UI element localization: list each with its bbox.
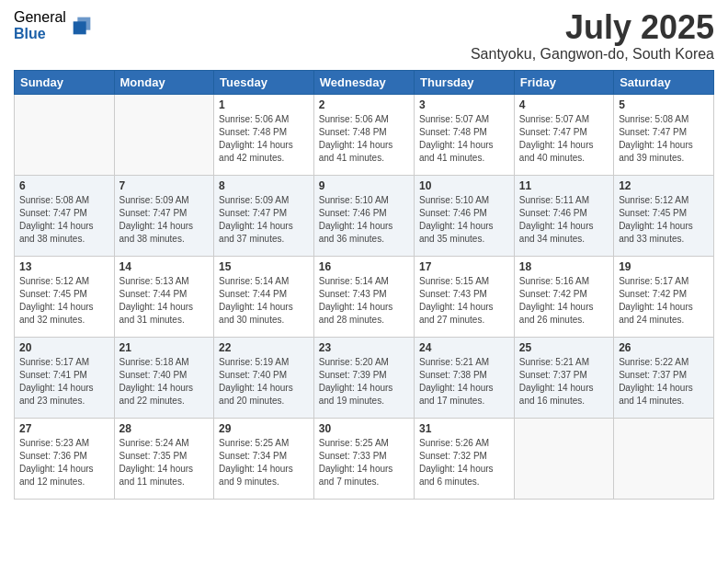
calendar-day-cell: 6Sunrise: 5:08 AMSunset: 7:47 PMDaylight…: [15, 175, 115, 256]
day-number: 6: [19, 179, 109, 192]
day-number: 12: [619, 179, 709, 192]
day-info: Sunrise: 5:16 AMSunset: 7:42 PMDaylight:…: [519, 275, 609, 327]
day-info: Sunrise: 5:10 AMSunset: 7:46 PMDaylight:…: [419, 194, 509, 246]
day-info: Sunrise: 5:25 AMSunset: 7:34 PMDaylight:…: [219, 437, 309, 488]
day-info: Sunrise: 5:15 AMSunset: 7:43 PMDaylight:…: [419, 275, 509, 327]
day-info: Sunrise: 5:09 AMSunset: 7:47 PMDaylight:…: [119, 194, 210, 246]
day-info: Sunrise: 5:18 AMSunset: 7:40 PMDaylight:…: [119, 356, 210, 408]
calendar-day-cell: 22Sunrise: 5:19 AMSunset: 7:40 PMDayligh…: [214, 337, 314, 418]
day-number: 16: [319, 260, 409, 273]
day-number: 4: [519, 98, 609, 111]
day-info: Sunrise: 5:17 AMSunset: 7:42 PMDaylight:…: [619, 275, 709, 327]
day-number: 9: [319, 179, 409, 192]
calendar-week-row: 6Sunrise: 5:08 AMSunset: 7:47 PMDaylight…: [15, 175, 714, 256]
calendar-day-cell: 10Sunrise: 5:10 AMSunset: 7:46 PMDayligh…: [415, 175, 515, 256]
day-number: 18: [519, 260, 609, 273]
calendar-day-cell: [514, 418, 613, 499]
day-info: Sunrise: 5:12 AMSunset: 7:45 PMDaylight:…: [19, 275, 109, 327]
day-info: Sunrise: 5:25 AMSunset: 7:33 PMDaylight:…: [319, 437, 409, 488]
calendar-day-cell: 24Sunrise: 5:21 AMSunset: 7:38 PMDayligh…: [415, 337, 515, 418]
page-header: General Blue July 2025 Santyoku, Gangwon…: [14, 9, 714, 63]
logo-blue: Blue: [14, 26, 66, 42]
calendar-day-cell: 13Sunrise: 5:12 AMSunset: 7:45 PMDayligh…: [15, 256, 115, 337]
calendar-day-cell: 26Sunrise: 5:22 AMSunset: 7:37 PMDayligh…: [614, 337, 714, 418]
calendar-day-cell: 18Sunrise: 5:16 AMSunset: 7:42 PMDayligh…: [514, 256, 613, 337]
day-info: Sunrise: 5:13 AMSunset: 7:44 PMDaylight:…: [119, 275, 210, 327]
day-info: Sunrise: 5:26 AMSunset: 7:32 PMDaylight:…: [419, 437, 509, 488]
day-number: 28: [119, 422, 210, 435]
calendar-day-cell: [114, 94, 214, 175]
day-info: Sunrise: 5:20 AMSunset: 7:39 PMDaylight:…: [319, 356, 409, 408]
calendar-day-cell: 7Sunrise: 5:09 AMSunset: 7:47 PMDaylight…: [114, 175, 214, 256]
logo-text: General Blue: [14, 9, 66, 41]
calendar-day-cell: 9Sunrise: 5:10 AMSunset: 7:46 PMDaylight…: [313, 175, 414, 256]
calendar-day-cell: 11Sunrise: 5:11 AMSunset: 7:46 PMDayligh…: [514, 175, 613, 256]
day-number: 7: [119, 179, 210, 192]
calendar-day-cell: 25Sunrise: 5:21 AMSunset: 7:37 PMDayligh…: [514, 337, 613, 418]
day-number: 31: [419, 422, 509, 435]
day-info: Sunrise: 5:12 AMSunset: 7:45 PMDaylight:…: [619, 194, 709, 246]
calendar: SundayMondayTuesdayWednesdayThursdayFrid…: [14, 70, 714, 500]
calendar-day-cell: 29Sunrise: 5:25 AMSunset: 7:34 PMDayligh…: [214, 418, 314, 499]
day-info: Sunrise: 5:14 AMSunset: 7:43 PMDaylight:…: [319, 275, 409, 327]
calendar-day-cell: 3Sunrise: 5:07 AMSunset: 7:48 PMDaylight…: [415, 94, 515, 175]
day-number: 11: [519, 179, 609, 192]
weekday-header: Tuesday: [214, 70, 314, 94]
calendar-day-cell: 12Sunrise: 5:12 AMSunset: 7:45 PMDayligh…: [614, 175, 714, 256]
day-number: 30: [319, 422, 409, 435]
day-info: Sunrise: 5:23 AMSunset: 7:36 PMDaylight:…: [19, 437, 109, 488]
day-info: Sunrise: 5:06 AMSunset: 7:48 PMDaylight:…: [319, 113, 409, 165]
calendar-day-cell: 19Sunrise: 5:17 AMSunset: 7:42 PMDayligh…: [614, 256, 714, 337]
day-number: 22: [219, 341, 309, 354]
calendar-week-row: 20Sunrise: 5:17 AMSunset: 7:41 PMDayligh…: [15, 337, 714, 418]
calendar-day-cell: 5Sunrise: 5:08 AMSunset: 7:47 PMDaylight…: [614, 94, 714, 175]
calendar-day-cell: 20Sunrise: 5:17 AMSunset: 7:41 PMDayligh…: [15, 337, 115, 418]
weekday-header: Monday: [114, 70, 214, 94]
calendar-week-row: 13Sunrise: 5:12 AMSunset: 7:45 PMDayligh…: [15, 256, 714, 337]
calendar-header-row: SundayMondayTuesdayWednesdayThursdayFrid…: [15, 70, 714, 94]
calendar-day-cell: 8Sunrise: 5:09 AMSunset: 7:47 PMDaylight…: [214, 175, 314, 256]
weekday-header: Sunday: [15, 70, 115, 94]
logo-icon: [69, 13, 95, 39]
day-number: 5: [619, 98, 709, 111]
day-info: Sunrise: 5:07 AMSunset: 7:48 PMDaylight:…: [419, 113, 509, 165]
day-number: 3: [419, 98, 509, 111]
day-number: 1: [219, 98, 309, 111]
weekday-header: Thursday: [415, 70, 515, 94]
month-title: July 2025: [471, 9, 714, 46]
day-info: Sunrise: 5:14 AMSunset: 7:44 PMDaylight:…: [219, 275, 309, 327]
day-number: 19: [619, 260, 709, 273]
day-info: Sunrise: 5:10 AMSunset: 7:46 PMDaylight:…: [319, 194, 409, 246]
calendar-day-cell: [15, 94, 115, 175]
calendar-day-cell: 4Sunrise: 5:07 AMSunset: 7:47 PMDaylight…: [514, 94, 613, 175]
calendar-day-cell: [614, 418, 714, 499]
day-info: Sunrise: 5:21 AMSunset: 7:38 PMDaylight:…: [419, 356, 509, 408]
logo: General Blue: [14, 9, 95, 41]
calendar-day-cell: 16Sunrise: 5:14 AMSunset: 7:43 PMDayligh…: [313, 256, 414, 337]
day-number: 14: [119, 260, 210, 273]
day-number: 23: [319, 341, 409, 354]
day-number: 17: [419, 260, 509, 273]
day-info: Sunrise: 5:21 AMSunset: 7:37 PMDaylight:…: [519, 356, 609, 408]
calendar-day-cell: 14Sunrise: 5:13 AMSunset: 7:44 PMDayligh…: [114, 256, 214, 337]
day-number: 13: [19, 260, 109, 273]
day-number: 20: [19, 341, 109, 354]
title-section: July 2025 Santyoku, Gangwon-do, South Ko…: [471, 9, 714, 63]
day-info: Sunrise: 5:09 AMSunset: 7:47 PMDaylight:…: [219, 194, 309, 246]
day-number: 21: [119, 341, 210, 354]
calendar-day-cell: 1Sunrise: 5:06 AMSunset: 7:48 PMDaylight…: [214, 94, 314, 175]
day-number: 27: [19, 422, 109, 435]
calendar-day-cell: 15Sunrise: 5:14 AMSunset: 7:44 PMDayligh…: [214, 256, 314, 337]
day-number: 29: [219, 422, 309, 435]
day-info: Sunrise: 5:08 AMSunset: 7:47 PMDaylight:…: [619, 113, 709, 165]
location-title: Santyoku, Gangwon-do, South Korea: [471, 46, 714, 63]
day-info: Sunrise: 5:08 AMSunset: 7:47 PMDaylight:…: [19, 194, 109, 246]
calendar-day-cell: 28Sunrise: 5:24 AMSunset: 7:35 PMDayligh…: [114, 418, 214, 499]
day-number: 10: [419, 179, 509, 192]
day-info: Sunrise: 5:06 AMSunset: 7:48 PMDaylight:…: [219, 113, 309, 165]
day-number: 26: [619, 341, 709, 354]
day-number: 2: [319, 98, 409, 111]
calendar-day-cell: 23Sunrise: 5:20 AMSunset: 7:39 PMDayligh…: [313, 337, 414, 418]
svg-marker-1: [74, 21, 86, 34]
weekday-header: Friday: [514, 70, 613, 94]
